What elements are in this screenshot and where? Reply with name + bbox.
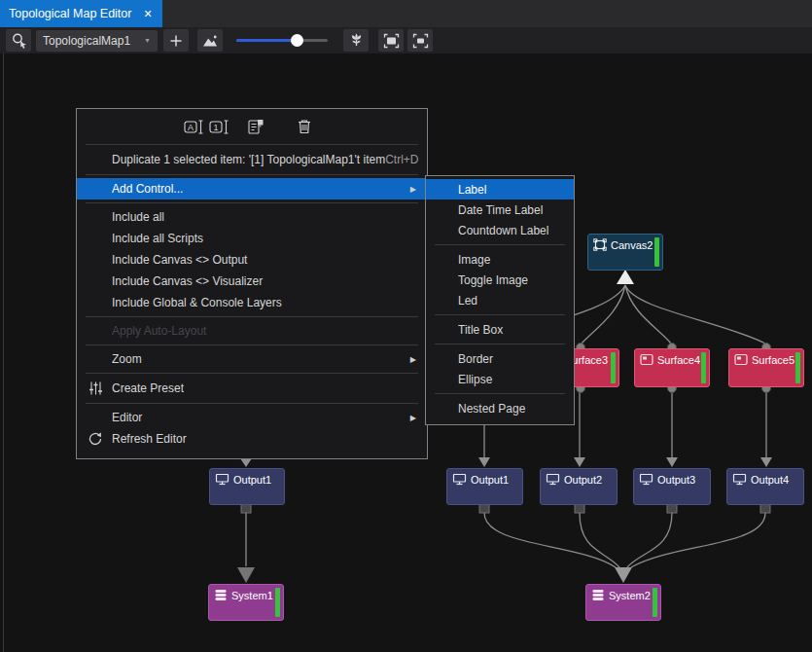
menu-item-include-canvas-visualizer[interactable]: Include Canvas <> Visualizer bbox=[77, 271, 427, 292]
submenu-item-led[interactable]: Led bbox=[426, 290, 574, 310]
submenu-item-label[interactable]: Label bbox=[426, 179, 574, 199]
node-output3[interactable]: Output3 bbox=[633, 468, 711, 505]
map-selector-dropdown[interactable]: TopologicalMap1 ▼ bbox=[36, 30, 158, 52]
menu-item-label: Image bbox=[458, 253, 490, 267]
svg-text:1: 1 bbox=[213, 122, 218, 131]
node-output1-left[interactable]: Output1 bbox=[209, 468, 285, 505]
menu-item-label: Include all bbox=[112, 210, 164, 224]
node-label: Output4 bbox=[751, 473, 789, 486]
node-output1[interactable]: Output1 bbox=[446, 468, 523, 505]
menu-item-label: Date Time Label bbox=[458, 203, 543, 217]
node-label: Output1 bbox=[471, 473, 509, 486]
tab-topological-map-editor[interactable]: Topological Map Editor ✕ bbox=[0, 0, 162, 27]
node-status-stripe bbox=[701, 352, 706, 383]
menu-item-label: Include all Scripts bbox=[112, 232, 203, 245]
menu-separator bbox=[86, 373, 418, 374]
editor-toolbar: TopologicalMap1 ▼ bbox=[0, 27, 812, 54]
zoom-slider[interactable] bbox=[236, 29, 328, 52]
menu-item-add-control[interactable]: Add Control...▶ bbox=[77, 178, 427, 199]
fit-frame-icon[interactable] bbox=[378, 29, 404, 52]
tab-close-icon[interactable]: ✕ bbox=[143, 9, 152, 19]
node-surface4[interactable]: Surface4 bbox=[634, 348, 710, 387]
menu-separator bbox=[86, 174, 418, 175]
node-output2[interactable]: Output2 bbox=[540, 468, 618, 505]
menu-separator bbox=[86, 344, 418, 345]
submenu-item-border[interactable]: Border bbox=[426, 348, 574, 369]
submenu-item-countdown-label[interactable]: Countdown Label bbox=[426, 220, 574, 240]
menu-item-label: Include Canvas <> Output bbox=[112, 253, 247, 267]
node-canvas2[interactable]: Canvas2 bbox=[587, 234, 663, 271]
menu-separator bbox=[435, 393, 565, 394]
submenu-item-ellipse[interactable]: Ellipse bbox=[426, 369, 574, 389]
submenu-arrow-icon: ▶ bbox=[410, 185, 417, 194]
slider-thumb[interactable] bbox=[291, 34, 303, 47]
menu-item-label: Include Canvas <> Visualizer bbox=[112, 274, 263, 288]
submenu-item-date-time-label[interactable]: Date Time Label bbox=[426, 199, 574, 220]
output-icon bbox=[452, 473, 467, 486]
menu-item-duplicate-1-selected-item-1-topologicalmap1-t-item[interactable]: Duplicate 1 selected item: '[1] Topologi… bbox=[77, 148, 427, 171]
output-icon bbox=[732, 473, 747, 486]
menu-item-label: Add Control... bbox=[112, 182, 183, 196]
menu-item-label: Nested Page bbox=[458, 402, 525, 416]
menu-item-editor[interactable]: Editor▶ bbox=[77, 407, 427, 428]
menu-separator bbox=[86, 403, 418, 404]
editor-stage: Canvas2Surface3Surface4Surface5Output1Ou… bbox=[0, 0, 812, 652]
menu-item-include-all-scripts[interactable]: Include all Scripts bbox=[77, 228, 427, 249]
add-control-submenu: LabelDate Time LabelCountdown LabelImage… bbox=[425, 175, 575, 425]
menu-item-include-global-console-layers[interactable]: Include Global & Console Layers bbox=[77, 292, 427, 313]
canvas-left-border bbox=[3, 54, 4, 652]
submenu-item-nested-page[interactable]: Nested Page bbox=[426, 398, 574, 418]
script-list-icon[interactable] bbox=[244, 115, 267, 138]
image-icon[interactable] bbox=[197, 29, 223, 52]
menu-item-label: Ellipse bbox=[458, 373, 492, 386]
surface-icon bbox=[734, 353, 748, 366]
context-menu-items: Duplicate 1 selected item: '[1] Topologi… bbox=[77, 148, 427, 450]
node-label: System2 bbox=[609, 589, 651, 601]
tab-bar: Topological Map Editor ✕ bbox=[0, 0, 812, 27]
flower-icon[interactable] bbox=[343, 29, 369, 52]
menu-separator bbox=[86, 144, 418, 145]
node-output4[interactable]: Output4 bbox=[726, 468, 804, 505]
submenu-arrow-icon: ▶ bbox=[410, 414, 417, 422]
rename-icon[interactable]: A bbox=[182, 115, 205, 138]
node-system2[interactable]: System2 bbox=[585, 584, 661, 621]
node-system1[interactable]: System1 bbox=[208, 584, 284, 621]
menu-item-label: Label bbox=[458, 183, 486, 197]
menu-item-label: Duplicate 1 selected item: '[1] Topologi… bbox=[112, 153, 385, 166]
renumber-icon[interactable]: 1 bbox=[207, 115, 230, 138]
menu-item-label: Countdown Label bbox=[458, 224, 548, 237]
menu-item-label: Zoom bbox=[112, 352, 142, 366]
node-status-stripe bbox=[611, 352, 616, 383]
menu-item-label: Include Global & Console Layers bbox=[112, 296, 282, 309]
context-menu-icon-row: A1 bbox=[77, 112, 427, 141]
submenu-item-toggle-image[interactable]: Toggle Image bbox=[426, 270, 574, 290]
menu-item-label: Editor bbox=[112, 411, 142, 424]
output-icon bbox=[639, 473, 653, 486]
menu-item-include-canvas-output[interactable]: Include Canvas <> Output bbox=[77, 249, 427, 271]
node-label: Surface4 bbox=[657, 353, 700, 366]
node-status-stripe bbox=[654, 237, 659, 267]
system-icon bbox=[591, 589, 605, 601]
output-icon bbox=[215, 473, 229, 486]
menu-item-create-preset[interactable]: Create Preset bbox=[77, 377, 427, 400]
menu-item-zoom[interactable]: Zoom▶ bbox=[77, 348, 427, 370]
delete-icon[interactable] bbox=[293, 115, 316, 138]
menu-shortcut: Ctrl+D bbox=[385, 153, 420, 166]
add-map-button[interactable] bbox=[163, 29, 189, 52]
submenu-item-image[interactable]: Image bbox=[426, 249, 574, 270]
magnifier-cursor-icon[interactable] bbox=[6, 29, 31, 52]
node-label: Output2 bbox=[564, 473, 602, 486]
node-surface5[interactable]: Surface5 bbox=[728, 348, 804, 387]
menu-separator bbox=[435, 344, 565, 344]
menu-item-label: Toggle Image bbox=[458, 273, 528, 287]
surface-icon bbox=[640, 353, 653, 366]
menu-item-refresh-editor[interactable]: Refresh Editor bbox=[77, 428, 427, 450]
menu-item-include-all[interactable]: Include all bbox=[77, 206, 427, 228]
output-icon bbox=[546, 473, 560, 486]
menu-item-label: Create Preset bbox=[112, 381, 184, 395]
submenu-item-title-box[interactable]: Title Box bbox=[426, 319, 574, 340]
sliders-icon bbox=[88, 380, 104, 397]
node-status-stripe bbox=[275, 588, 280, 617]
menu-separator bbox=[86, 316, 418, 317]
fill-frame-icon[interactable] bbox=[407, 29, 433, 52]
